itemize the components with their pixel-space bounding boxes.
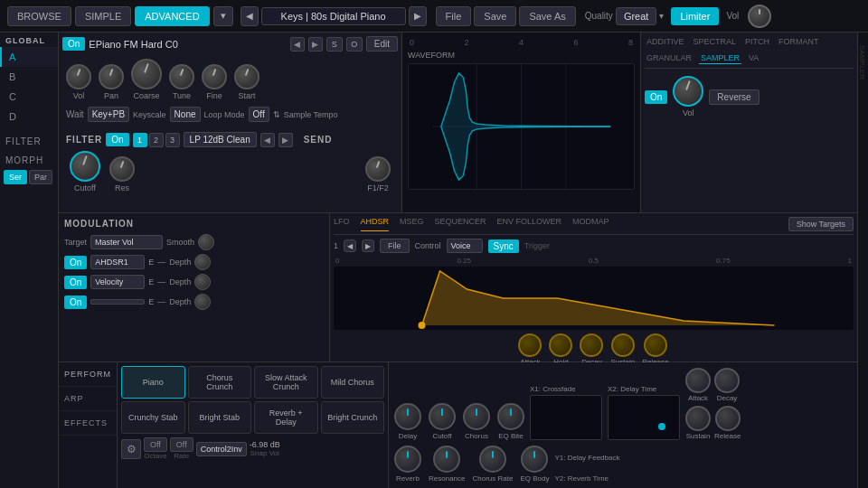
o-button[interactable]: O xyxy=(346,37,363,52)
layer-tab-c[interactable]: C xyxy=(0,87,58,107)
mod-on-2[interactable]: On xyxy=(64,276,87,289)
filter-next-button[interactable]: ▶ xyxy=(278,133,293,147)
preset-crunchy-stab[interactable]: Crunchy Stab xyxy=(121,401,185,434)
ahdsr-next[interactable]: ▶ xyxy=(362,239,374,252)
preset-slow-attack[interactable]: Slow Attack Crunch xyxy=(254,366,318,399)
prev-preset-button[interactable]: ◀ xyxy=(241,6,259,26)
ahdsr-tab[interactable]: AHDSR xyxy=(361,217,390,231)
release-knob[interactable] xyxy=(644,333,667,357)
res-knob[interactable] xyxy=(109,156,135,182)
scroll-strip[interactable] xyxy=(857,33,868,488)
preset-piano[interactable]: Piano xyxy=(121,366,185,399)
hold-knob[interactable] xyxy=(549,333,572,357)
preset-bright-crunch[interactable]: Bright Crunch xyxy=(321,401,385,434)
save-as-button[interactable]: Save As xyxy=(519,6,575,26)
preset-chorus-crunch[interactable]: Chorus Crunch xyxy=(188,366,252,399)
quality-dropdown-icon[interactable]: ▾ xyxy=(659,11,664,21)
mod-on-1[interactable]: On xyxy=(64,256,87,269)
ahdsr-file-button[interactable]: File xyxy=(380,239,410,253)
smooth-knob[interactable] xyxy=(198,234,214,250)
arp-tab[interactable]: ARP xyxy=(59,387,117,411)
control2inv-select[interactable]: Control2Inv xyxy=(196,442,247,456)
reverb-knob[interactable] xyxy=(394,446,421,473)
start-knob-control[interactable] xyxy=(234,64,259,89)
ahdsr-prev[interactable]: ◀ xyxy=(344,239,356,252)
show-targets-button[interactable]: Show Targets xyxy=(788,217,854,231)
tab-va[interactable]: VA xyxy=(747,52,760,64)
advanced-button[interactable]: ADVANCED xyxy=(135,6,209,26)
voice-select[interactable]: Voice xyxy=(447,239,483,253)
file-button[interactable]: File xyxy=(436,6,472,26)
off-select[interactable]: Off xyxy=(249,107,269,122)
mseg-tab[interactable]: MSEG xyxy=(400,217,424,231)
depth-knob-3[interactable] xyxy=(194,294,211,310)
save-button[interactable]: Save xyxy=(474,6,516,26)
mod-source-3-select[interactable] xyxy=(90,299,145,305)
tab-granular[interactable]: GRANULAR xyxy=(645,52,693,64)
fx-sustain-knob[interactable] xyxy=(685,406,711,431)
next-preset-button[interactable]: ▶ xyxy=(409,6,427,26)
sampler-on-button[interactable]: On xyxy=(645,90,667,104)
lfo-tab[interactable]: LFO xyxy=(334,217,350,231)
synth-on-button[interactable]: On xyxy=(62,37,85,51)
eq-body-knob[interactable] xyxy=(521,446,548,473)
filter-num1[interactable]: 1 xyxy=(133,133,147,147)
xy-pad-x1-control[interactable] xyxy=(530,395,602,440)
coarse-knob-control[interactable] xyxy=(131,59,162,89)
pan-knob-control[interactable] xyxy=(99,64,124,89)
filter-num3[interactable]: 3 xyxy=(165,133,180,147)
modmap-tab[interactable]: MODMAP xyxy=(572,217,609,231)
tab-formant[interactable]: FORMANT xyxy=(777,36,821,47)
sustain-knob[interactable] xyxy=(611,333,635,357)
s-button[interactable]: S xyxy=(326,37,343,52)
env-follower-tab[interactable]: ENV FOLLOWER xyxy=(497,217,562,231)
none-select[interactable]: None xyxy=(170,107,201,122)
depth-knob-2[interactable] xyxy=(194,274,211,290)
cutoff-knob[interactable] xyxy=(70,151,100,182)
rate-off-button[interactable]: Off xyxy=(170,437,193,452)
filter-on-button[interactable]: On xyxy=(106,133,128,146)
filter-prev-button[interactable]: ◀ xyxy=(260,133,275,147)
tab-additive[interactable]: ADDITIVE xyxy=(645,36,686,47)
preset-dropdown-button[interactable]: ▾ xyxy=(213,6,233,26)
resonance-knob[interactable] xyxy=(433,446,460,473)
layer-tab-d[interactable]: D xyxy=(0,107,58,127)
browse-button[interactable]: BROWSE xyxy=(7,6,71,26)
fx-release-knob[interactable] xyxy=(715,406,741,431)
preset-reverb-delay[interactable]: Reverb + Delay xyxy=(254,401,318,434)
chorus-knob[interactable] xyxy=(463,403,490,430)
tab-pitch[interactable]: PITCH xyxy=(743,36,771,47)
fx-decay-knob[interactable] xyxy=(714,368,740,393)
filter-type-select[interactable]: LP 12dB Clean xyxy=(184,132,257,147)
vol-knob[interactable] xyxy=(748,5,771,28)
reverse-button[interactable]: Reverse xyxy=(709,89,759,105)
tab-spectral[interactable]: SPECTRAL xyxy=(692,36,739,47)
layer-tab-b[interactable]: B xyxy=(0,67,58,87)
key-pb-select[interactable]: Key+PB xyxy=(88,107,129,122)
velocity-select[interactable]: Velocity xyxy=(90,275,145,289)
vol-knob-control[interactable] xyxy=(66,64,91,89)
eq-bite-knob[interactable] xyxy=(497,403,524,430)
tab-sampler[interactable]: SAMPLER xyxy=(699,52,741,64)
prev-instr-button[interactable]: ◀ xyxy=(290,37,305,52)
send-knob[interactable] xyxy=(365,156,391,182)
delay-knob[interactable] xyxy=(394,403,421,430)
simple-button[interactable]: SIMPLE xyxy=(75,6,131,26)
layer-tab-a[interactable]: A xyxy=(0,47,58,67)
fine-knob-control[interactable] xyxy=(202,64,227,89)
gear-button[interactable]: ⚙ xyxy=(121,439,141,459)
filter-num2[interactable]: 2 xyxy=(149,133,164,147)
master-vol-select[interactable]: Master Vol xyxy=(90,235,163,249)
xy-pad-x2-control[interactable] xyxy=(608,395,680,440)
cutoff-fx-knob[interactable] xyxy=(429,403,456,430)
decay-knob[interactable] xyxy=(580,333,603,357)
attack-knob[interactable] xyxy=(518,333,542,357)
next-instr-button[interactable]: ▶ xyxy=(308,37,323,52)
depth-knob-1[interactable] xyxy=(194,254,211,270)
sampler-vol-knob[interactable] xyxy=(673,76,703,107)
edit-button[interactable]: Edit xyxy=(366,36,398,52)
effects-tab[interactable]: EFFECTS xyxy=(59,411,117,436)
mod-on-3[interactable]: On xyxy=(64,296,87,309)
morph-par-button[interactable]: Par xyxy=(29,170,52,184)
preset-bright-stab[interactable]: Bright Stab xyxy=(188,401,252,434)
